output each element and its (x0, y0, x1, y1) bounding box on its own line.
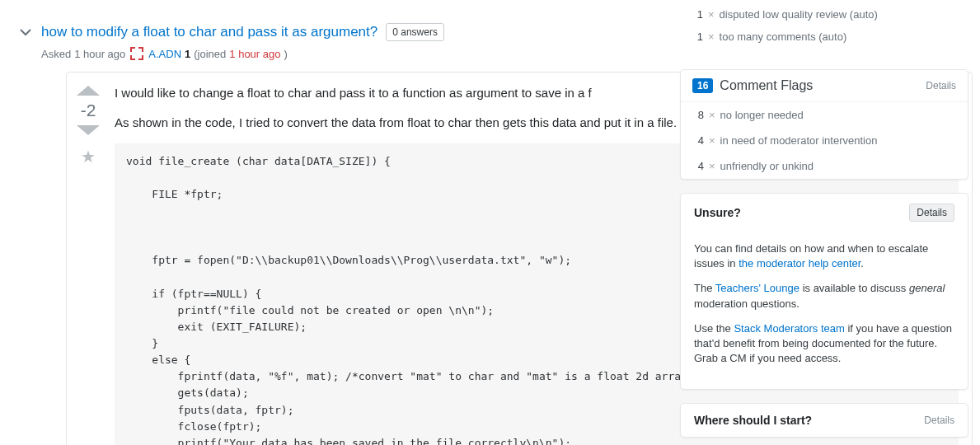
flag-row[interactable]: 1 × disputed low quality review (auto) (680, 3, 968, 26)
unsure-p1: You can find details on how and when to … (694, 241, 954, 271)
asked-label: Asked (41, 48, 71, 60)
times-icon: × (708, 30, 715, 43)
flag-label: unfriendly or unkind (720, 160, 814, 172)
post-flags-list: 1 × disputed low quality review (auto) 1… (680, 0, 968, 56)
flag-count: 8 (692, 109, 704, 121)
username-link[interactable]: A.ADN (148, 48, 181, 60)
joined-close: ) (284, 48, 287, 60)
comment-flags-details-link[interactable]: Details (926, 80, 956, 91)
comment-flags-count-badge: 16 (692, 78, 713, 93)
unsure-panel: Unsure? Details You can find details on … (680, 193, 968, 390)
flag-label: disputed low quality review (auto) (720, 8, 878, 21)
flag-count: 4 (692, 134, 704, 147)
flag-label: no longer needed (720, 109, 804, 121)
where-start-panel: Where should I start? Details (680, 403, 968, 438)
flag-count: 4 (692, 160, 704, 172)
times-icon: × (708, 8, 715, 21)
where-start-title: Where should I start? (694, 414, 812, 427)
vote-score: -2 (81, 101, 96, 120)
flag-count: 1 (692, 8, 703, 21)
flag-row[interactable]: 1 × too many comments (auto) (680, 26, 968, 48)
where-start-details-link[interactable]: Details (924, 415, 954, 426)
asked-time: 1 hour ago (74, 48, 125, 60)
unsure-title: Unsure? (694, 206, 741, 219)
flag-row[interactable]: 4 × unfriendly or unkind (681, 153, 968, 179)
comment-flags-panel: 16 Comment Flags Details 8 × no longer n… (680, 69, 968, 180)
question-title-link[interactable]: how to modify a float to char and pass i… (41, 24, 377, 40)
comment-flags-title: Comment Flags (720, 78, 813, 93)
flag-row[interactable]: 4 × in need of moderator intervention (681, 128, 968, 153)
times-icon: × (709, 160, 715, 172)
flag-label: too many comments (auto) (720, 30, 847, 43)
times-icon: × (709, 109, 715, 121)
user-avatar[interactable] (130, 47, 143, 60)
unsure-details-button[interactable]: Details (909, 204, 954, 222)
flag-label: in need of moderator intervention (720, 134, 878, 147)
teachers-lounge-link[interactable]: Teachers' Lounge (715, 282, 799, 294)
flag-row[interactable]: 8 × no longer needed (681, 102, 968, 128)
unsure-p2: The Teachers' Lounge is available to dis… (694, 281, 954, 311)
times-icon: × (709, 134, 715, 147)
joined-label: (joined (194, 48, 226, 60)
unsure-p3: Use the Stack Moderators team if you hav… (694, 321, 954, 367)
user-reputation: 1 (185, 48, 190, 60)
joined-time: 1 hour ago (229, 48, 280, 60)
favorite-star-icon[interactable]: ★ (81, 147, 96, 166)
mod-help-center-link[interactable]: the moderator help center (739, 257, 860, 269)
expand-chevron-icon[interactable] (18, 25, 33, 40)
flag-count: 1 (692, 30, 703, 43)
downvote-button[interactable] (77, 125, 100, 135)
stack-moderators-link[interactable]: Stack Moderators team (734, 322, 844, 335)
upvote-button[interactable] (77, 86, 100, 96)
answers-count-badge: 0 answers (386, 23, 444, 41)
